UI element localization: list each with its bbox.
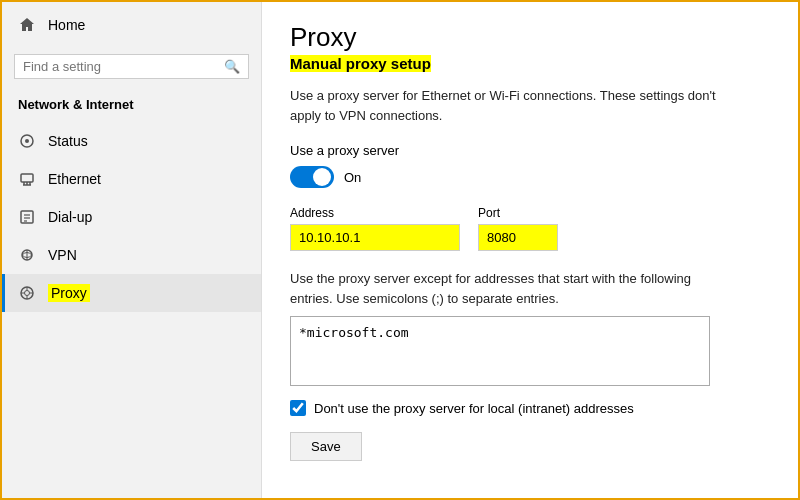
- proxy-icon: [18, 284, 36, 302]
- home-icon: [18, 16, 36, 34]
- search-box[interactable]: 🔍: [14, 54, 249, 79]
- checkbox-row: Don't use the proxy server for local (in…: [290, 400, 770, 416]
- sidebar-item-vpn-label: VPN: [48, 247, 77, 263]
- svg-point-14: [25, 291, 30, 296]
- svg-point-1: [25, 139, 29, 143]
- home-label: Home: [48, 17, 85, 33]
- sidebar-item-proxy[interactable]: Proxy: [2, 274, 261, 312]
- local-checkbox[interactable]: [290, 400, 306, 416]
- search-icon: 🔍: [224, 59, 240, 74]
- ethernet-icon: [18, 170, 36, 188]
- sidebar-item-dialup-label: Dial-up: [48, 209, 92, 225]
- svg-rect-2: [21, 174, 33, 182]
- save-button[interactable]: Save: [290, 432, 362, 461]
- checkbox-label: Don't use the proxy server for local (in…: [314, 401, 634, 416]
- exceptions-description: Use the proxy server except for addresse…: [290, 269, 730, 308]
- address-label: Address: [290, 206, 460, 220]
- port-label: Port: [478, 206, 558, 220]
- fields-row: Address Port: [290, 206, 770, 251]
- port-field-group: Port: [478, 206, 558, 251]
- exceptions-textarea[interactable]: [290, 316, 710, 386]
- sidebar-item-ethernet-label: Ethernet: [48, 171, 101, 187]
- proxy-toggle[interactable]: [290, 166, 334, 188]
- main-content: Proxy Manual proxy setup Use a proxy ser…: [262, 2, 798, 498]
- sidebar-item-ethernet[interactable]: Ethernet: [2, 160, 261, 198]
- sidebar-section-label: Network & Internet: [2, 91, 261, 122]
- page-title: Proxy: [290, 22, 770, 53]
- toggle-text: On: [344, 170, 361, 185]
- address-input[interactable]: [290, 224, 460, 251]
- search-input[interactable]: [23, 59, 224, 74]
- sidebar-item-status-label: Status: [48, 133, 88, 149]
- proxy-description: Use a proxy server for Ethernet or Wi-Fi…: [290, 86, 730, 125]
- proxy-server-label: Use a proxy server: [290, 143, 770, 158]
- sidebar-item-proxy-label: Proxy: [48, 284, 90, 302]
- sidebar-item-vpn[interactable]: VPN: [2, 236, 261, 274]
- address-field-group: Address: [290, 206, 460, 251]
- port-input[interactable]: [478, 224, 558, 251]
- sidebar-item-dialup[interactable]: Dial-up: [2, 198, 261, 236]
- dialup-icon: [18, 208, 36, 226]
- status-icon: [18, 132, 36, 150]
- vpn-icon: [18, 246, 36, 264]
- sidebar-item-home[interactable]: Home: [2, 2, 261, 48]
- toggle-row: On: [290, 166, 770, 188]
- section-subtitle: Manual proxy setup: [290, 55, 431, 72]
- sidebar: Home 🔍 Network & Internet Status Etherne…: [2, 2, 262, 498]
- sidebar-item-status[interactable]: Status: [2, 122, 261, 160]
